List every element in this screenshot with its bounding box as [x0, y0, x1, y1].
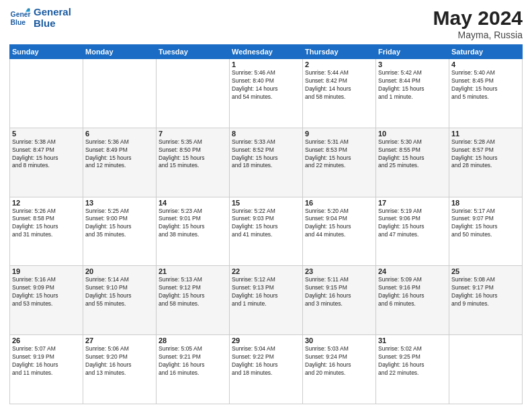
day-number: 1 — [232, 60, 300, 68]
day-number: 18 — [451, 199, 520, 207]
day-info: Sunrise: 5:12 AMSunset: 9:13 PMDaylight:… — [232, 276, 300, 308]
table-row — [157, 59, 230, 128]
day-number: 29 — [232, 336, 300, 345]
day-number: 28 — [159, 336, 227, 345]
day-number: 24 — [378, 267, 447, 275]
day-info: Sunrise: 5:19 AMSunset: 9:06 PMDaylight:… — [378, 208, 447, 240]
day-info: Sunrise: 5:07 AMSunset: 9:19 PMDaylight:… — [12, 345, 81, 377]
title-block: May 2024 Mayma, Russia — [433, 7, 523, 40]
day-number: 5 — [12, 130, 81, 138]
table-row — [449, 335, 523, 404]
svg-text:Blue: Blue — [11, 18, 26, 26]
day-number: 16 — [305, 199, 373, 207]
day-info: Sunrise: 5:17 AMSunset: 9:07 PMDaylight:… — [451, 208, 520, 240]
day-number: 30 — [305, 336, 373, 345]
day-info: Sunrise: 5:13 AMSunset: 9:12 PMDaylight:… — [159, 276, 227, 308]
day-info: Sunrise: 5:20 AMSunset: 9:04 PMDaylight:… — [305, 208, 373, 240]
table-row: 28Sunrise: 5:05 AMSunset: 9:21 PMDayligh… — [157, 335, 230, 404]
table-row: 16Sunrise: 5:20 AMSunset: 9:04 PMDayligh… — [303, 197, 376, 266]
table-row: 5Sunrise: 5:38 AMSunset: 8:47 PMDaylight… — [10, 128, 83, 197]
day-info: Sunrise: 5:22 AMSunset: 9:03 PMDaylight:… — [232, 208, 300, 240]
day-number: 12 — [12, 199, 81, 207]
table-row: 29Sunrise: 5:04 AMSunset: 9:22 PMDayligh… — [230, 335, 303, 404]
table-row — [10, 59, 83, 128]
day-number: 21 — [159, 267, 227, 275]
day-number: 4 — [451, 60, 520, 68]
day-info: Sunrise: 5:16 AMSunset: 9:09 PMDaylight:… — [12, 276, 81, 308]
day-info: Sunrise: 5:44 AMSunset: 8:42 PMDaylight:… — [305, 69, 373, 101]
svg-text:General: General — [11, 11, 31, 18]
logo: General Blue General Blue — [9, 7, 71, 29]
table-row — [83, 59, 157, 128]
day-info: Sunrise: 5:08 AMSunset: 9:17 PMDaylight:… — [451, 276, 520, 308]
table-row: 24Sunrise: 5:09 AMSunset: 9:16 PMDayligh… — [376, 266, 449, 335]
day-number: 13 — [85, 199, 154, 207]
col-sunday: Sunday — [10, 45, 83, 59]
calendar-week-row: 12Sunrise: 5:26 AMSunset: 8:58 PMDayligh… — [10, 197, 523, 266]
day-number: 11 — [451, 130, 520, 138]
day-number: 3 — [378, 60, 447, 68]
day-info: Sunrise: 5:23 AMSunset: 9:01 PMDaylight:… — [159, 208, 227, 240]
calendar-week-row: 26Sunrise: 5:07 AMSunset: 9:19 PMDayligh… — [10, 335, 523, 404]
table-row: 30Sunrise: 5:03 AMSunset: 9:24 PMDayligh… — [303, 335, 376, 404]
col-friday: Friday — [376, 45, 449, 59]
day-info: Sunrise: 5:02 AMSunset: 9:25 PMDaylight:… — [378, 345, 447, 377]
day-number: 2 — [305, 60, 373, 68]
day-number: 22 — [232, 267, 300, 275]
day-number: 10 — [378, 130, 447, 138]
table-row: 13Sunrise: 5:25 AMSunset: 9:00 PMDayligh… — [83, 197, 157, 266]
table-row: 26Sunrise: 5:07 AMSunset: 9:19 PMDayligh… — [10, 335, 83, 404]
calendar-week-row: 1Sunrise: 5:46 AMSunset: 8:40 PMDaylight… — [10, 59, 523, 128]
table-row: 21Sunrise: 5:13 AMSunset: 9:12 PMDayligh… — [157, 266, 230, 335]
day-number: 17 — [378, 199, 447, 207]
table-row: 10Sunrise: 5:30 AMSunset: 8:55 PMDayligh… — [376, 128, 449, 197]
day-number: 27 — [85, 336, 154, 345]
table-row: 1Sunrise: 5:46 AMSunset: 8:40 PMDaylight… — [230, 59, 303, 128]
table-row: 8Sunrise: 5:33 AMSunset: 8:52 PMDaylight… — [230, 128, 303, 197]
day-info: Sunrise: 5:25 AMSunset: 9:00 PMDaylight:… — [85, 208, 154, 240]
table-row: 23Sunrise: 5:11 AMSunset: 9:15 PMDayligh… — [303, 266, 376, 335]
day-info: Sunrise: 5:33 AMSunset: 8:52 PMDaylight:… — [232, 138, 300, 171]
day-info: Sunrise: 5:46 AMSunset: 8:40 PMDaylight:… — [232, 69, 300, 101]
day-info: Sunrise: 5:38 AMSunset: 8:47 PMDaylight:… — [12, 138, 81, 171]
table-row: 31Sunrise: 5:02 AMSunset: 9:25 PMDayligh… — [376, 335, 449, 404]
day-number: 31 — [378, 336, 447, 345]
day-info: Sunrise: 5:04 AMSunset: 9:22 PMDaylight:… — [232, 345, 300, 377]
day-number: 7 — [159, 130, 227, 138]
day-info: Sunrise: 5:35 AMSunset: 8:50 PMDaylight:… — [159, 138, 227, 171]
title-month: May 2024 — [433, 7, 523, 30]
calendar-week-row: 19Sunrise: 5:16 AMSunset: 9:09 PMDayligh… — [10, 266, 523, 335]
col-monday: Monday — [83, 45, 157, 59]
day-number: 9 — [305, 130, 373, 138]
day-number: 26 — [12, 336, 81, 345]
title-location: Mayma, Russia — [433, 30, 523, 40]
day-info: Sunrise: 5:09 AMSunset: 9:16 PMDaylight:… — [378, 276, 447, 308]
logo-icon: General Blue — [9, 7, 31, 29]
page: General Blue General Blue May 2024 Mayma… — [0, 0, 532, 411]
col-saturday: Saturday — [449, 45, 523, 59]
table-row: 18Sunrise: 5:17 AMSunset: 9:07 PMDayligh… — [449, 197, 523, 266]
calendar-table: Sunday Monday Tuesday Wednesday Thursday… — [9, 44, 523, 404]
table-row: 15Sunrise: 5:22 AMSunset: 9:03 PMDayligh… — [230, 197, 303, 266]
table-row: 12Sunrise: 5:26 AMSunset: 8:58 PMDayligh… — [10, 197, 83, 266]
table-row: 19Sunrise: 5:16 AMSunset: 9:09 PMDayligh… — [10, 266, 83, 335]
day-number: 23 — [305, 267, 373, 275]
table-row: 22Sunrise: 5:12 AMSunset: 9:13 PMDayligh… — [230, 266, 303, 335]
day-info: Sunrise: 5:26 AMSunset: 8:58 PMDaylight:… — [12, 208, 81, 240]
day-info: Sunrise: 5:42 AMSunset: 8:44 PMDaylight:… — [378, 69, 447, 101]
table-row: 14Sunrise: 5:23 AMSunset: 9:01 PMDayligh… — [157, 197, 230, 266]
day-info: Sunrise: 5:30 AMSunset: 8:55 PMDaylight:… — [378, 138, 447, 171]
day-number: 25 — [451, 267, 520, 275]
day-number: 19 — [12, 267, 81, 275]
table-row: 11Sunrise: 5:28 AMSunset: 8:57 PMDayligh… — [449, 128, 523, 197]
table-row: 7Sunrise: 5:35 AMSunset: 8:50 PMDaylight… — [157, 128, 230, 197]
day-info: Sunrise: 5:36 AMSunset: 8:49 PMDaylight:… — [85, 138, 154, 171]
day-number: 14 — [159, 199, 227, 207]
day-info: Sunrise: 5:28 AMSunset: 8:57 PMDaylight:… — [451, 138, 520, 171]
day-number: 8 — [232, 130, 300, 138]
calendar-header-row: Sunday Monday Tuesday Wednesday Thursday… — [10, 45, 523, 59]
table-row: 3Sunrise: 5:42 AMSunset: 8:44 PMDaylight… — [376, 59, 449, 128]
logo-text-general: General — [34, 7, 71, 18]
day-info: Sunrise: 5:11 AMSunset: 9:15 PMDaylight:… — [305, 276, 373, 308]
calendar-week-row: 5Sunrise: 5:38 AMSunset: 8:47 PMDaylight… — [10, 128, 523, 197]
